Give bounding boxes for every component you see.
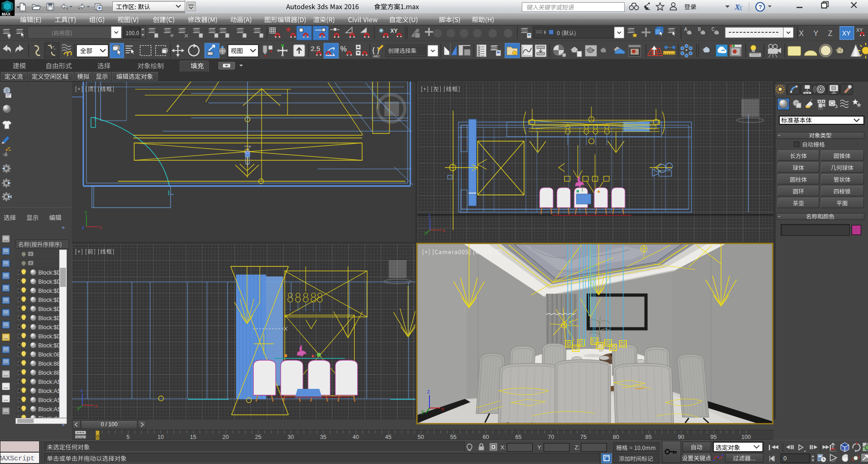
- svg-text:x: x: [95, 403, 98, 408]
- svg-text:x: x: [99, 224, 102, 230]
- svg-text:y: y: [85, 209, 87, 214]
- svg-text:z: z: [82, 224, 85, 230]
- svg-text:30: 30: [288, 434, 294, 440]
- svg-text:y: y: [421, 408, 424, 415]
- svg-text:z: z: [428, 212, 431, 218]
- svg-text:100: 100: [742, 434, 751, 440]
- svg-text:X: X: [738, 5, 743, 12]
- svg-text:90: 90: [678, 434, 684, 440]
- svg-text:70: 70: [548, 434, 554, 440]
- svg-text:−: −: [778, 214, 781, 219]
- svg-text:Block:08: Block:08: [38, 352, 60, 358]
- svg-text:{ }: { }: [372, 46, 379, 55]
- svg-text:10: 10: [157, 434, 164, 440]
- svg-text:85: 85: [646, 434, 652, 440]
- svg-text:95: 95: [711, 434, 717, 440]
- svg-text:MAX: MAX: [2, 12, 10, 16]
- svg-text:20: 20: [222, 434, 229, 440]
- svg-text:y: y: [424, 230, 427, 235]
- svg-text:5: 5: [126, 434, 130, 440]
- svg-text:40: 40: [353, 434, 359, 440]
- svg-text:z: z: [427, 388, 430, 395]
- svg-text:65: 65: [515, 434, 522, 440]
- svg-text:75: 75: [580, 434, 587, 440]
- svg-text:15: 15: [190, 434, 197, 440]
- svg-text:60: 60: [483, 434, 489, 440]
- svg-text:ABC: ABC: [373, 54, 380, 58]
- svg-text:80: 80: [613, 434, 619, 440]
- svg-text:z: z: [81, 388, 83, 393]
- svg-text:45: 45: [385, 434, 392, 440]
- svg-text:50: 50: [418, 434, 424, 440]
- svg-text:55: 55: [450, 434, 457, 440]
- svg-text:35: 35: [320, 434, 327, 440]
- svg-text:%: %: [340, 45, 347, 53]
- svg-text:x: x: [441, 406, 444, 412]
- svg-text:x: x: [443, 228, 445, 233]
- svg-text:−: −: [778, 133, 781, 138]
- svg-text:y: y: [77, 405, 80, 411]
- svg-text:25: 25: [255, 434, 262, 440]
- svg-text:»: »: [62, 224, 65, 230]
- svg-text:?: ?: [758, 4, 762, 10]
